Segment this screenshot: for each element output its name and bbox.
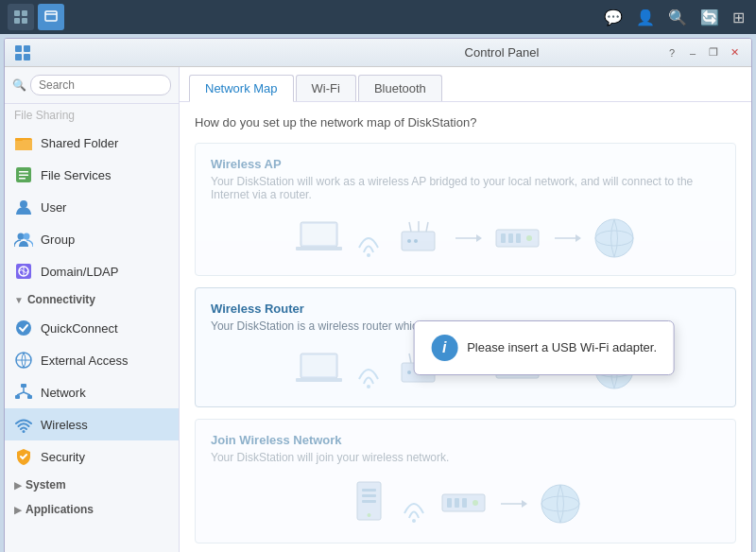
ap-waves-svg xyxy=(354,219,383,257)
join-wireless-card[interactable]: Join Wireless Network Your DiskStation w… xyxy=(195,419,736,543)
svg-rect-0 xyxy=(14,10,20,16)
svg-line-29 xyxy=(17,392,24,395)
wireless-label: Wireless xyxy=(41,418,88,432)
system-arrow: ▶ xyxy=(14,480,22,491)
dsm-app-grid[interactable] xyxy=(8,4,34,30)
sidebar-item-quickconnect[interactable]: QuickConnect xyxy=(5,312,179,344)
wireless-router-card[interactable]: Wireless Router Your DiskStation is a wi… xyxy=(195,287,736,407)
window-body: 🔍 File Sharing Shared Folder File Servic… xyxy=(5,67,751,552)
sidebar-item-security[interactable]: Security xyxy=(5,440,179,473)
svg-rect-54 xyxy=(302,355,335,376)
svg-rect-11 xyxy=(15,138,23,141)
svg-rect-13 xyxy=(19,171,28,173)
svg-rect-6 xyxy=(15,45,22,52)
sidebar-item-group[interactable]: Group xyxy=(5,223,179,255)
tab-wi-fi[interactable]: Wi-Fi xyxy=(296,75,356,101)
quickconnect-label: QuickConnect xyxy=(41,321,118,336)
external-access-label: External Access xyxy=(41,354,129,368)
info-icon: i xyxy=(431,335,457,361)
system-label: System xyxy=(26,478,66,492)
wireless-icon xyxy=(14,415,33,434)
search-input[interactable] xyxy=(30,75,171,95)
domain-ldap-label: Domain/LDAP xyxy=(41,265,118,279)
help-button[interactable]: ? xyxy=(664,45,679,60)
wireless-ap-diagram xyxy=(211,215,720,262)
svg-rect-72 xyxy=(362,489,376,492)
ap-globe-svg xyxy=(591,215,638,262)
sidebar-item-wireless[interactable]: Wireless xyxy=(5,408,179,440)
svg-line-30 xyxy=(24,392,30,395)
widgets-icon[interactable]: ⊞ xyxy=(729,5,748,30)
svg-rect-2 xyxy=(14,18,20,24)
sidebar-item-domain-ldap[interactable]: Domain/LDAP xyxy=(5,255,179,287)
svg-rect-79 xyxy=(455,498,459,508)
applications-arrow: ▶ xyxy=(14,505,22,515)
sidebar-item-file-services[interactable]: File Services xyxy=(5,159,179,191)
sidebar-section-system[interactable]: ▶ System xyxy=(5,473,179,497)
content-area: Network Map Wi-Fi Bluetooth How do you s… xyxy=(180,67,751,552)
svg-rect-1 xyxy=(22,10,27,16)
connectivity-arrow: ▼ xyxy=(14,295,24,305)
search-icon-top[interactable]: 🔍 xyxy=(664,5,691,30)
file-services-icon xyxy=(14,165,33,184)
network-icon xyxy=(14,383,33,402)
dsm-app-active[interactable] xyxy=(38,4,64,30)
svg-rect-15 xyxy=(19,178,26,180)
tab-bluetooth[interactable]: Bluetooth xyxy=(358,75,442,101)
svg-rect-33 xyxy=(302,224,335,245)
svg-marker-43 xyxy=(476,234,482,242)
ap-modem-svg xyxy=(491,222,543,255)
sidebar-item-network[interactable]: Network xyxy=(5,376,179,408)
ap-laptop-svg xyxy=(293,217,345,260)
restore-button[interactable]: ❐ xyxy=(706,45,721,60)
wireless-router-title: Wireless Router xyxy=(211,302,720,316)
tab-network-map[interactable]: Network Map xyxy=(189,75,294,102)
join-wireless-title: Join Wireless Network xyxy=(211,433,720,447)
svg-rect-45 xyxy=(501,233,506,243)
user-icon[interactable]: 👤 xyxy=(632,5,659,30)
svg-rect-74 xyxy=(362,500,376,503)
close-button[interactable]: ✕ xyxy=(727,45,742,60)
sidebar-section-applications[interactable]: ▶ Applications xyxy=(5,497,179,522)
svg-point-41 xyxy=(414,239,418,243)
svg-point-60 xyxy=(407,371,411,374)
sidebar-item-shared-folder[interactable]: Shared Folder xyxy=(5,127,179,159)
minimize-button[interactable]: – xyxy=(685,45,700,60)
svg-rect-46 xyxy=(508,233,513,243)
security-label: Security xyxy=(41,450,85,464)
sidebar-item-external-access[interactable]: External Access xyxy=(5,344,179,376)
svg-rect-14 xyxy=(19,175,28,177)
external-access-icon xyxy=(14,351,33,370)
file-services-label: File Services xyxy=(41,168,111,182)
shared-folder-icon xyxy=(14,133,33,152)
window-titlebar: Control Panel ? – ❐ ✕ xyxy=(5,39,751,67)
sync-icon[interactable]: 🔄 xyxy=(696,5,723,30)
svg-rect-9 xyxy=(24,54,30,60)
ap-arrow2-svg xyxy=(553,229,581,248)
sidebar-item-user[interactable]: User xyxy=(5,191,179,223)
content-tabs: Network Map Wi-Fi Bluetooth xyxy=(180,67,751,102)
sidebar-section-connectivity[interactable]: ▼ Connectivity xyxy=(5,287,179,312)
svg-point-40 xyxy=(407,239,411,243)
svg-marker-83 xyxy=(522,500,527,508)
svg-marker-50 xyxy=(576,234,581,242)
svg-point-16 xyxy=(20,200,27,208)
svg-rect-78 xyxy=(447,498,452,508)
svg-point-17 xyxy=(18,233,25,240)
svg-rect-80 xyxy=(462,498,467,508)
shared-folder-label: Shared Folder xyxy=(41,136,118,150)
svg-point-22 xyxy=(16,320,31,336)
ap-arrow-svg xyxy=(454,229,482,248)
content-inner: How do you set up the network map of Dis… xyxy=(180,102,751,552)
wireless-ap-card[interactable]: Wireless AP Your DiskStation will work a… xyxy=(195,143,736,276)
sidebar: 🔍 File Sharing Shared Folder File Servic… xyxy=(5,67,180,552)
chat-icon[interactable]: 💬 xyxy=(600,5,627,30)
info-popup-text: Please insert a USB Wi-Fi adapter. xyxy=(467,340,657,354)
window-controls: ? – ❐ ✕ xyxy=(664,45,742,60)
svg-rect-47 xyxy=(516,233,521,243)
dsm-topbar: 💬 👤 🔍 🔄 ⊞ xyxy=(0,0,756,34)
svg-rect-73 xyxy=(362,494,376,497)
applications-label: Applications xyxy=(26,503,94,516)
sidebar-item-file-sharing[interactable]: File Sharing xyxy=(5,104,179,127)
svg-point-56 xyxy=(367,385,370,388)
